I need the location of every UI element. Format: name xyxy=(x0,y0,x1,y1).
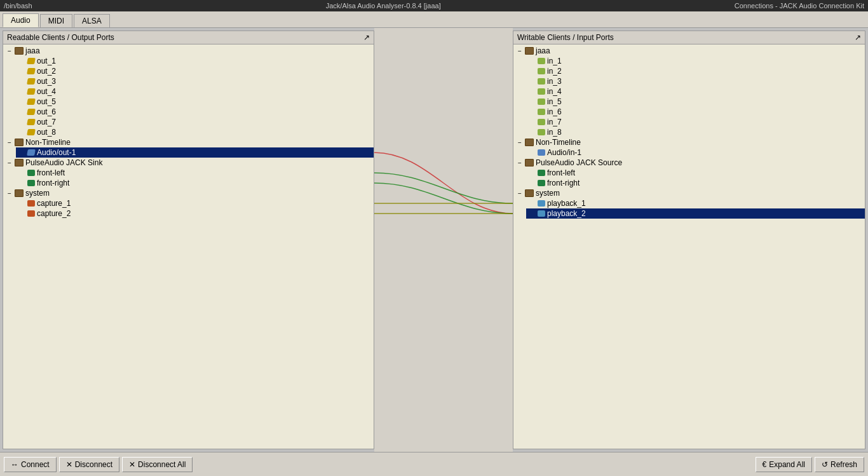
tree-client-right-jaaa[interactable]: −jaaa xyxy=(513,46,865,56)
tree-port-left-out_7[interactable]: −out_7 xyxy=(16,117,374,127)
refresh-icon: ↺ xyxy=(822,460,828,469)
bottom-bar: ↔ Connect ✕ Disconnect ✕ Disconnect All … xyxy=(0,452,868,476)
tree-port-right-Audio/in-1[interactable]: −Audio/in-1 xyxy=(526,147,865,158)
tree-client-right-system[interactable]: −system xyxy=(513,188,865,198)
tree-port-left-out_6[interactable]: −out_6 xyxy=(16,107,374,117)
disconnect-all-button[interactable]: ✕ Disconnect All xyxy=(122,457,193,472)
tree-client-right-Non-Timeline[interactable]: −Non-Timeline xyxy=(513,137,865,147)
tab-bar: Audio MIDI ALSA xyxy=(0,11,868,28)
title-right: Connections - JACK Audio Connection Kit xyxy=(735,2,864,10)
tree-port-left-out_2[interactable]: −out_2 xyxy=(16,66,374,76)
tree-port-right-in_1[interactable]: −in_1 xyxy=(526,56,865,66)
tree-port-left-capture_2[interactable]: −capture_2 xyxy=(16,208,374,219)
tree-client-left-jaaa[interactable]: −jaaa xyxy=(3,46,374,56)
tree-port-right-playback_1[interactable]: −playback_1 xyxy=(526,198,865,208)
tree-port-left-out_3[interactable]: −out_3 xyxy=(16,76,374,86)
tree-port-left-out_8[interactable]: −out_8 xyxy=(16,127,374,137)
tree-port-right-in_8[interactable]: −in_8 xyxy=(526,127,865,137)
tree-client-right-PulseAudio_JACK_Source[interactable]: −PulseAudio JACK Source xyxy=(513,158,865,168)
left-panel-header: Readable Clients / Output Ports ↗ xyxy=(3,31,374,44)
title-bar-top: /bin/bash Jack/Alsa Audio Analyser-0.8.4… xyxy=(0,0,868,11)
bottom-left-buttons: ↔ Connect ✕ Disconnect ✕ Disconnect All xyxy=(4,457,193,472)
tree-port-right-in_7[interactable]: −in_7 xyxy=(526,117,865,127)
right-panel-icon: ↗ xyxy=(855,33,861,42)
expand-all-button[interactable]: € Expand All xyxy=(756,457,812,472)
right-panel-content[interactable]: −jaaa−in_1−in_2−in_3−in_4−in_5−in_6−in_7… xyxy=(513,44,865,449)
tree-port-left-capture_1[interactable]: −capture_1 xyxy=(16,198,374,208)
tree-port-right-in_6[interactable]: −in_6 xyxy=(526,107,865,117)
tree-port-right-in_3[interactable]: −in_3 xyxy=(526,76,865,86)
tab-alsa[interactable]: ALSA xyxy=(74,14,110,27)
right-panel-header: Writable Clients / Input Ports ↗ xyxy=(513,31,865,44)
connections-canvas xyxy=(374,28,513,452)
tree-port-right-in_5[interactable]: −in_5 xyxy=(526,97,865,107)
right-panel-title: Writable Clients / Input Ports xyxy=(517,33,614,42)
disconnect-all-icon: ✕ xyxy=(129,460,135,469)
tab-midi[interactable]: MIDI xyxy=(40,14,72,27)
tree-port-right-front-right[interactable]: −front-right xyxy=(526,178,865,188)
tree-port-right-front-left[interactable]: −front-left xyxy=(526,168,865,178)
tree-port-right-in_4[interactable]: −in_4 xyxy=(526,86,865,97)
left-panel-title: Readable Clients / Output Ports xyxy=(7,33,114,42)
left-panel-icon: ↗ xyxy=(363,33,370,42)
main-content: Readable Clients / Output Ports ↗ −jaaa−… xyxy=(0,28,868,452)
tree-port-left-out_5[interactable]: −out_5 xyxy=(16,97,374,107)
tree-port-left-front-right[interactable]: −front-right xyxy=(16,178,374,188)
refresh-button[interactable]: ↺ Refresh xyxy=(815,457,864,472)
tree-client-left-system[interactable]: −system xyxy=(3,188,374,198)
disconnect-icon: ✕ xyxy=(66,460,72,469)
tree-port-left-Audio/out-1[interactable]: −Audio/out-1 xyxy=(16,147,374,158)
disconnect-button[interactable]: ✕ Disconnect xyxy=(59,457,119,472)
tab-audio[interactable]: Audio xyxy=(3,13,39,27)
expand-all-icon: € xyxy=(763,460,767,469)
connect-icon: ↔ xyxy=(11,460,18,469)
middle-panel xyxy=(374,28,513,452)
tree-port-left-out_1[interactable]: −out_1 xyxy=(16,56,374,66)
title-center: Jack/Alsa Audio Analyser-0.8.4 [jaaa] xyxy=(326,2,441,10)
tree-port-right-in_2[interactable]: −in_2 xyxy=(526,66,865,76)
connect-button[interactable]: ↔ Connect xyxy=(4,457,57,472)
bottom-right-buttons: € Expand All ↺ Refresh xyxy=(756,457,864,472)
title-left: /bin/bash xyxy=(4,2,32,10)
tree-port-left-front-left[interactable]: −front-left xyxy=(16,168,374,178)
tree-port-right-playback_2[interactable]: −playback_2 xyxy=(526,208,865,219)
right-panel: Writable Clients / Input Ports ↗ −jaaa−i… xyxy=(513,31,865,449)
left-panel: Readable Clients / Output Ports ↗ −jaaa−… xyxy=(3,31,374,449)
tree-client-left-Non-Timeline[interactable]: −Non-Timeline xyxy=(3,137,374,147)
tree-port-left-out_4[interactable]: −out_4 xyxy=(16,86,374,97)
tree-client-left-PulseAudio_JACK_Sink[interactable]: −PulseAudio JACK Sink xyxy=(3,158,374,168)
left-panel-content[interactable]: −jaaa−out_1−out_2−out_3−out_4−out_5−out_… xyxy=(3,44,374,449)
